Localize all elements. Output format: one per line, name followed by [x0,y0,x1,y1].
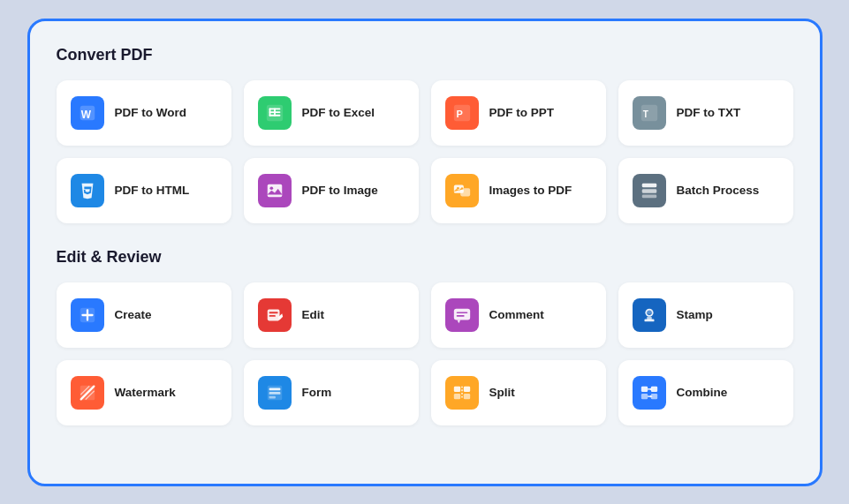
svg-rect-7 [274,108,276,116]
combine-card[interactable]: Combine [618,360,793,425]
create-card[interactable]: Create [57,282,231,348]
pdf-to-excel-icon [258,96,292,130]
svg-rect-21 [641,194,656,198]
pdf-to-word-label: PDF to Word [115,106,187,119]
svg-point-15 [269,186,273,190]
svg-rect-43 [269,387,280,390]
svg-text:T: T [642,109,648,118]
pdf-to-word-card[interactable]: W PDF to Word [57,80,231,146]
pdf-to-image-label: PDF to Image [302,184,378,197]
svg-rect-53 [641,393,647,398]
pdf-to-excel-card[interactable]: PDF to Excel [244,80,419,146]
pdf-to-ppt-label: PDF to PPT [489,106,555,119]
stamp-card[interactable]: Stamp [618,282,793,348]
svg-marker-12 [81,183,93,198]
pdf-to-word-icon: W [71,96,104,130]
form-label: Form [302,386,332,399]
watermark-card[interactable]: Watermark [57,360,231,425]
svg-rect-48 [453,393,459,398]
images-to-pdf-label: Images to PDF [489,184,572,197]
watermark-label: Watermark [115,386,176,399]
svg-rect-29 [453,308,469,320]
svg-rect-14 [267,184,282,197]
pdf-to-excel-label: PDF to Excel [302,106,375,119]
svg-text:W: W [80,108,91,120]
svg-rect-37 [647,316,652,320]
batch-process-label: Batch Process [677,184,760,197]
stamp-label: Stamp [677,308,713,321]
svg-rect-47 [463,386,469,391]
combine-label: Combine [677,386,728,399]
edit-card[interactable]: Edit [244,282,419,348]
svg-marker-32 [457,320,460,323]
edit-review-section: Edit & Review Create [57,248,793,425]
svg-rect-27 [269,315,275,317]
batch-process-icon [633,174,666,207]
form-icon [258,376,292,410]
pdf-to-html-label: PDF to HTML [115,184,190,197]
pdf-to-txt-icon: T [633,96,666,130]
svg-rect-49 [463,393,469,398]
edit-icon [258,298,292,332]
svg-rect-45 [269,395,275,398]
split-icon [445,376,479,410]
svg-rect-20 [641,189,656,193]
pdf-to-html-card[interactable]: PDF to HTML [57,158,231,223]
edit-review-grid: Create Edit Comment [57,282,793,425]
pdf-to-ppt-icon: P [445,96,479,130]
svg-rect-44 [269,392,280,395]
svg-point-18 [457,186,459,189]
create-label: Create [115,308,152,321]
svg-rect-51 [641,386,647,391]
create-icon [71,298,104,332]
svg-point-35 [647,309,652,314]
split-label: Split [489,386,515,399]
convert-pdf-title: Convert PDF [57,46,793,64]
svg-rect-19 [641,183,656,187]
split-card[interactable]: Split [431,360,606,425]
svg-rect-6 [269,108,270,116]
combine-icon [633,376,666,410]
watermark-icon [71,376,104,410]
convert-pdf-section: Convert PDF W PDF to Word PDF to Excel P [57,46,793,223]
svg-rect-26 [269,312,277,313]
images-to-pdf-card[interactable]: Images to PDF [431,158,606,223]
pdf-to-html-icon [71,174,104,207]
main-container: Convert PDF W PDF to Word PDF to Excel P [27,19,822,486]
pdf-to-txt-card[interactable]: T PDF to TXT [618,80,793,146]
comment-card[interactable]: Comment [431,282,606,348]
images-to-pdf-icon [445,174,479,207]
form-card[interactable]: Form [244,360,419,425]
batch-process-card[interactable]: Batch Process [618,158,793,223]
pdf-to-txt-label: PDF to TXT [677,106,741,119]
comment-icon [445,298,479,332]
comment-label: Comment [489,308,544,321]
stamp-icon [633,298,666,332]
convert-pdf-grid: W PDF to Word PDF to Excel P PDF to PPT [57,80,793,223]
pdf-to-image-card[interactable]: PDF to Image [244,158,419,223]
pdf-to-ppt-card[interactable]: P PDF to PPT [431,80,606,146]
edit-label: Edit [302,308,325,321]
edit-review-title: Edit & Review [57,248,793,267]
pdf-to-image-icon [258,174,292,207]
svg-rect-46 [453,386,459,391]
svg-text:P: P [456,108,462,118]
